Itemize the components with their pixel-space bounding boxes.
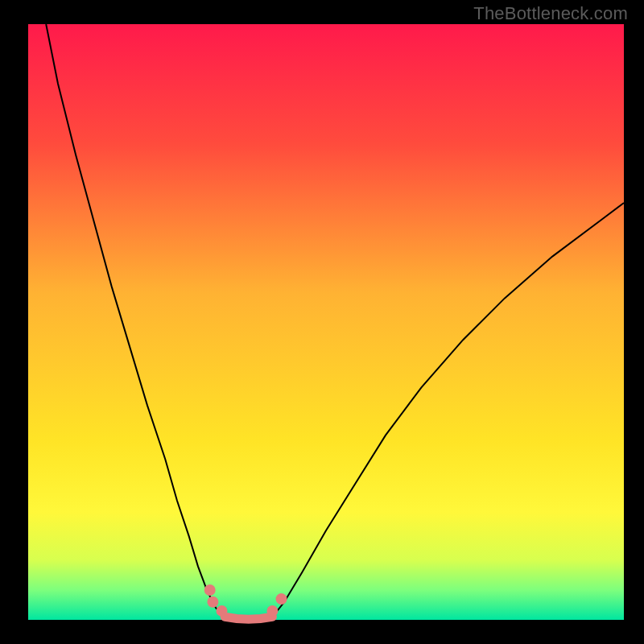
marker-4 (276, 593, 287, 605)
marker-3 (266, 605, 278, 617)
watermark-text: TheBottleneck.com (473, 3, 628, 24)
series-valley-floor (225, 617, 272, 619)
chart-frame: TheBottleneck.com (0, 0, 644, 644)
marker-0 (204, 584, 216, 596)
marker-2 (217, 605, 228, 617)
curve-layer (28, 24, 624, 620)
series-left-branch (46, 24, 225, 617)
series-right-branch (272, 203, 624, 617)
marker-1 (207, 597, 218, 608)
plot-area (28, 24, 624, 620)
